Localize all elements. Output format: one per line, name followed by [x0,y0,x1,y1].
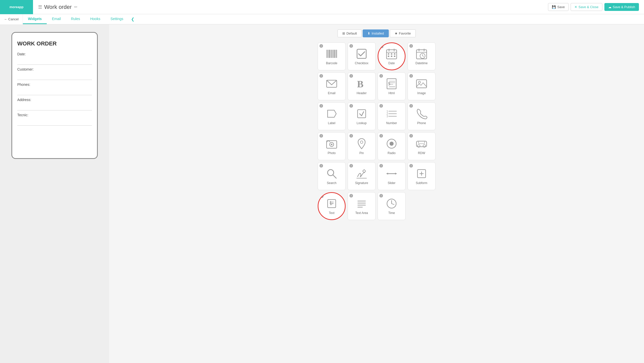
text-icon [326,197,338,210]
svg-line-26 [423,56,424,57]
svg-rect-6 [334,50,335,58]
widget-search[interactable]: i Search [318,162,346,190]
image-icon [415,78,428,90]
form-preview: WORK ORDER Date: Customer: Phones: Addre… [11,32,98,159]
top-actions: 💾 Save ✕ Save & Close ☁ Save & Publish [548,3,644,11]
svg-rect-0 [327,50,327,58]
nav-tabs: Widgets Email Rules Hooks Settings [23,14,128,24]
cancel-button[interactable]: ← Cancel [0,14,23,24]
tab-widgets[interactable]: Widgets [23,14,47,24]
widget-email[interactable]: i Email [318,72,346,100]
close-icon: ✕ [574,5,577,9]
header-icon: B [356,78,368,90]
widget-datetime[interactable]: i Datetime [408,42,436,70]
installed-icon: ⬇ [367,31,370,35]
widget-phone[interactable]: i Phone [408,102,436,130]
checkbox-icon [356,48,368,60]
svg-text:5: 5 [388,81,391,86]
save-publish-button[interactable]: ☁ Save & Publish [604,3,639,11]
tab-email[interactable]: Email [47,14,66,24]
svg-marker-59 [395,173,397,175]
barcode-icon [326,48,338,60]
nav-chevron-icon[interactable]: ❮ [131,17,134,22]
svg-rect-8 [336,50,337,58]
signature-icon [356,168,368,180]
svg-rect-20 [416,50,427,59]
filter-tabs: ⊞ Default ⬇ Installed ★ Favorite [114,29,639,37]
svg-rect-35 [416,80,427,88]
widget-number[interactable]: i 1 2 3 Number [378,102,406,130]
widget-photo[interactable]: i Photo [318,132,346,160]
widget-grid: i Barcode i [114,42,639,220]
svg-point-46 [331,144,332,145]
widget-textarea[interactable]: i Text Area [348,192,376,220]
widget-barcode[interactable]: i Barcode [318,42,346,70]
widget-time[interactable]: i Time [378,192,406,220]
widget-rdw[interactable]: i RDW [408,132,436,160]
filter-default[interactable]: ⊞ Default [337,29,362,37]
svg-point-36 [418,81,421,83]
widget-slider[interactable]: i Slider [378,162,406,190]
widget-lookup[interactable]: i Lookup [348,102,376,130]
widget-label[interactable]: i Label [318,102,346,130]
pin-icon [356,138,368,150]
widget-html[interactable]: i 5 Html [378,72,406,100]
save-button[interactable]: 💾 Save [548,3,569,11]
svg-line-73 [392,204,394,205]
widget-subform[interactable]: i Subform [408,162,436,190]
datetime-icon [415,48,428,60]
form-field-customer: Customer: [17,67,92,80]
phone-icon [415,108,428,120]
email-icon [326,78,338,90]
date-icon [385,48,398,60]
left-panel: WORK ORDER Date: Customer: Phones: Addre… [0,24,109,363]
widget-header[interactable]: i B Header [348,72,376,100]
svg-marker-58 [387,173,388,175]
tab-settings[interactable]: Settings [105,14,128,24]
time-icon [385,197,398,210]
widget-text[interactable]: i Text [318,192,346,220]
svg-rect-1 [328,50,328,58]
rdw-icon [415,138,428,150]
logo-text: moreapp [10,5,24,9]
widget-pin[interactable]: i Pin [348,132,376,160]
widget-radio[interactable]: i Radio [378,132,406,160]
number-icon: 1 2 3 [385,108,398,120]
svg-rect-5 [333,50,333,58]
right-panel: ⊞ Default ⬇ Installed ★ Favorite i [109,24,644,363]
filter-favorite[interactable]: ★ Favorite [390,29,416,37]
svg-point-47 [360,141,363,143]
svg-rect-4 [331,50,332,58]
textarea-icon [356,197,368,210]
widget-image[interactable]: i Image [408,72,436,100]
svg-rect-50 [416,141,427,147]
svg-rect-14 [388,53,389,55]
tab-rules[interactable]: Rules [66,14,85,24]
page-title: Work order [44,4,72,10]
top-bar: moreapp ☰ Work order ✏ 💾 Save ✕ Save & C… [0,0,644,14]
form-title: WORK ORDER [17,40,92,47]
widget-signature[interactable]: i Signature [348,162,376,190]
svg-rect-16 [394,53,395,55]
form-field-tecnic: Tecnic: [17,113,92,126]
photo-icon [326,138,338,150]
save-close-button[interactable]: ✕ Save & Close [571,3,602,11]
nav-bar: ← Cancel Widgets Email Rules Hooks Setti… [0,14,644,24]
svg-line-55 [333,175,336,178]
search-icon [326,168,338,180]
svg-rect-2 [329,50,330,58]
widget-checkbox[interactable]: i Checkbox [348,42,376,70]
svg-rect-53 [418,141,425,144]
main-content: WORK ORDER Date: Customer: Phones: Addre… [0,24,644,363]
svg-rect-7 [335,50,336,58]
save-icon: 💾 [552,5,556,9]
widget-date[interactable]: i Date [378,42,406,70]
svg-rect-19 [394,56,395,57]
edit-icon[interactable]: ✏ [74,5,77,9]
radio-icon [385,138,398,150]
subform-icon [415,168,428,180]
filter-installed[interactable]: ⬇ Installed [363,29,389,37]
tab-hooks[interactable]: Hooks [85,14,105,24]
svg-rect-18 [391,56,392,57]
logo-area: moreapp [0,0,33,14]
